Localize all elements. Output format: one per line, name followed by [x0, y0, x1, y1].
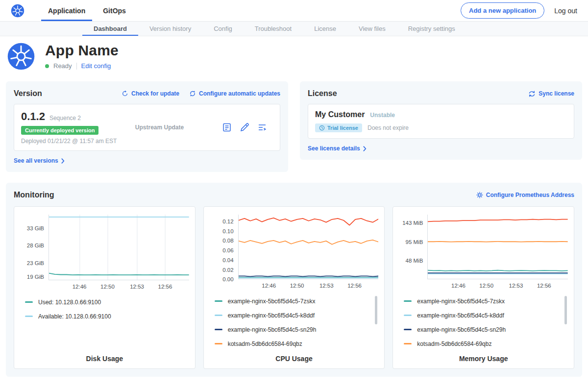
see-license-details-label: See license details [308, 145, 360, 152]
legend-swatch-icon [215, 315, 222, 316]
channel-label: Unstable [370, 112, 395, 119]
legend-swatch-icon [404, 300, 412, 302]
legend-scrollbar[interactable] [564, 296, 567, 324]
license-card: License Sync license My Customer Unstabl… [300, 81, 582, 160]
sync-license-label: Sync license [539, 90, 574, 97]
subnav-item-config[interactable]: Config [202, 22, 244, 36]
legend-swatch-icon [404, 329, 412, 330]
chart-legend-items: Used: 10.128.0.66:9100Available: 10.128.… [25, 295, 189, 323]
monitoring-card: Monitoring Configure Prometheus Address … [6, 183, 582, 377]
top-nav-item-gitops[interactable]: GitOps [96, 0, 133, 21]
monitoring-title: Monitoring [14, 191, 54, 199]
y-tick-label: 48 MiB [406, 258, 423, 264]
license-expiration: Does not expire [368, 124, 409, 131]
chart-series-line [428, 219, 568, 222]
top-nav: Application GitOps [41, 0, 133, 21]
legend-item: Available: 10.128.0.66:9100 [25, 309, 189, 323]
see-license-details-link[interactable]: See license details [308, 145, 574, 152]
x-tick-label: 12:46 [262, 283, 276, 289]
y-tick-label: 0.04 [222, 257, 233, 263]
legend-swatch-icon [25, 301, 33, 303]
chart-series-line [239, 276, 379, 276]
see-all-versions-label: See all versions [14, 157, 58, 164]
chevron-right-icon [61, 158, 65, 164]
edit-config-icon[interactable] [240, 122, 249, 132]
chart-plot [49, 215, 189, 280]
subnav-item-troubleshoot[interactable]: Troubleshoot [244, 22, 303, 36]
top-nav-item-application[interactable]: Application [41, 0, 92, 21]
subnav-item-license[interactable]: License [303, 22, 347, 36]
auto-update-icon [189, 90, 196, 97]
app-status: Ready [53, 62, 72, 70]
legend-item: example-nginx-5bc6f5d4c5-sn29h [215, 322, 379, 337]
legend-swatch-icon [215, 343, 222, 344]
x-tick-label: 12:50 [290, 283, 304, 289]
legend-swatch-icon [215, 329, 222, 330]
x-tick-label: 12:46 [451, 283, 466, 289]
version-number: 0.1.2 [21, 110, 45, 123]
legend-label: example-nginx-5bc6f5d4c5-7zskx [228, 298, 316, 305]
chart-title: Memory Usage [399, 351, 568, 363]
license-type-label: Trial license [327, 125, 358, 131]
legend-swatch-icon [404, 343, 412, 344]
y-tick-label: 19 GiB [27, 274, 44, 280]
legend-label: kotsadm-5db6dc6584-69qbz [228, 341, 302, 347]
chart-plot [238, 215, 379, 279]
license-type-badge: Trial license [315, 123, 362, 132]
chart-legend-items: example-nginx-5bc6f5d4c5-7zskxexample-ng… [215, 294, 379, 351]
subnav-item-dashboard[interactable]: Dashboard [82, 22, 138, 36]
chart-series-line [239, 218, 379, 225]
legend-swatch-icon [25, 316, 33, 317]
subnav-item-version-history[interactable]: Version history [138, 22, 202, 36]
kubernetes-logo-icon [11, 4, 24, 18]
chart-series-line [428, 270, 568, 271]
deployed-timestamp: Deployed 01/21/22 @ 11:57 am EST [21, 138, 126, 145]
gear-icon [476, 192, 483, 198]
x-tick-label: 12:56 [158, 284, 172, 290]
deploy-logs-icon[interactable] [257, 122, 267, 132]
configure-automatic-updates-label: Configure automatic updates [199, 90, 280, 97]
app-icon [7, 42, 35, 71]
x-tick-label: 12:53 [509, 283, 523, 289]
cpu-usage-chart: 0.120.100.080.060.040.020.00 12:4612:501… [203, 206, 385, 369]
check-for-update-link[interactable]: Check for update [122, 90, 179, 97]
see-all-versions-link[interactable]: See all versions [14, 157, 280, 164]
configure-prometheus-label: Configure Prometheus Address [486, 192, 574, 198]
y-tick-label: 0.10 [222, 228, 233, 234]
x-axis-labels: 12:4612:5012:5312:56 [238, 279, 379, 291]
sync-license-link[interactable]: Sync license [528, 90, 574, 97]
status-dot-icon [45, 64, 49, 68]
disk-usage-chart: 33 GiB28 GiB23 GiB19 GiB 12:4612:5012:53… [14, 206, 196, 369]
subnav-item-view-files[interactable]: View files [347, 22, 397, 36]
x-tick-label: 12:50 [100, 284, 115, 290]
edit-config-link[interactable]: Edit config [81, 62, 111, 70]
legend-item: kotsadm-5db6dc6584-69qbz [215, 337, 379, 351]
version-card-title: Version [14, 89, 42, 98]
configure-prometheus-link[interactable]: Configure Prometheus Address [476, 192, 574, 198]
cards-row: Version Check for update [0, 78, 588, 172]
configure-automatic-updates-link[interactable]: Configure automatic updates [189, 90, 280, 97]
legend-scrollbar[interactable] [375, 296, 377, 324]
legend-label: example-nginx-5bc6f5d4c5-sn29h [417, 326, 506, 333]
topbar: Application GitOps Add a new application… [0, 0, 588, 22]
x-tick-label: 12:56 [347, 283, 362, 289]
legend-label: example-nginx-5bc6f5d4c5-sn29h [228, 326, 317, 333]
release-notes-icon[interactable] [222, 122, 232, 132]
x-tick-label: 12:53 [130, 284, 144, 290]
y-tick-label: 0.02 [222, 267, 233, 273]
add-application-button[interactable]: Add a new application [461, 2, 544, 19]
chart-series-line [49, 273, 189, 275]
current-version-box: 0.1.2 Sequence 2 Currently deployed vers… [14, 104, 280, 151]
y-tick-label: 95 MiB [406, 239, 423, 245]
y-tick-label: 0.06 [222, 247, 233, 253]
subnav-item-registry-settings[interactable]: Registry settings [397, 22, 466, 36]
chart-legend: example-nginx-5bc6f5d4c5-7zskxexample-ng… [399, 294, 568, 351]
logout-button[interactable]: Log out [554, 7, 577, 15]
chart-series-line [239, 240, 379, 244]
legend-item: example-nginx-5bc6f5d4c5-k8ddf [404, 308, 568, 322]
y-axis-labels: 0.120.100.080.060.040.020.00 [210, 215, 238, 279]
chart-legend-items: example-nginx-5bc6f5d4c5-7zskxexample-ng… [404, 294, 568, 351]
legend-item: example-nginx-5bc6f5d4c5-7zskx [215, 294, 379, 308]
y-tick-label: 0.00 [222, 276, 233, 282]
chart-title: CPU Usage [210, 351, 379, 363]
